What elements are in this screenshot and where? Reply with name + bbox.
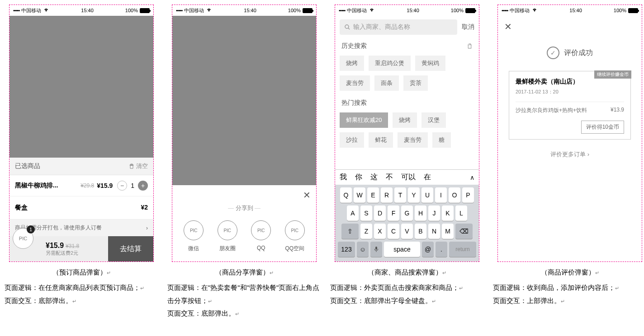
num-key[interactable]: 123: [338, 242, 355, 257]
return-key[interactable]: return: [449, 242, 476, 257]
close-icon[interactable]: ✕: [303, 190, 311, 201]
figure-row: •••••中国移动 15:40 100% 已选商品 清空 黑椒牛柳鸡排...: [5, 5, 639, 320]
order-time: 2017-11-02 13：20: [516, 89, 624, 95]
key-y[interactable]: Y: [408, 187, 420, 203]
tag[interactable]: 黄焖鸡: [415, 56, 445, 71]
checkout-button[interactable]: 去结算: [108, 236, 153, 261]
battery-icon: [628, 8, 638, 13]
at-key[interactable]: @: [422, 242, 434, 257]
cart-icon-wrap[interactable]: PIC 1: [9, 236, 37, 261]
col-3: •••••中国移动 15:40 100% 输入商家、商品名称 取消 历史搜索 烧…: [330, 5, 484, 320]
share-qq[interactable]: PICQQ: [251, 220, 271, 252]
key-b[interactable]: B: [415, 224, 426, 239]
plus-button[interactable]: +: [138, 181, 148, 191]
chevron-right-icon: ›: [146, 225, 148, 231]
candidate[interactable]: 不: [386, 173, 393, 182]
trash-icon[interactable]: [467, 43, 473, 49]
candidate[interactable]: 在: [424, 173, 431, 182]
dot-key[interactable]: .: [436, 242, 447, 257]
mic-key[interactable]: [370, 242, 382, 257]
tag[interactable]: 麦当劳: [398, 132, 428, 148]
share-qzone[interactable]: PICQQ空间: [285, 220, 305, 252]
key-l[interactable]: L: [455, 205, 467, 221]
quantity-stepper: − 1 +: [117, 181, 148, 191]
key-r[interactable]: R: [381, 187, 393, 203]
key-a[interactable]: A: [347, 205, 359, 221]
review-button[interactable]: 评价得10金币: [581, 121, 624, 134]
key-x[interactable]: X: [374, 224, 386, 239]
item-orig-price: ¥29.8: [80, 182, 94, 189]
key-t[interactable]: T: [394, 187, 406, 203]
minus-button[interactable]: −: [117, 181, 127, 191]
tag[interactable]: 鲜花: [369, 132, 393, 148]
tag[interactable]: 烧烤: [340, 56, 364, 71]
tag[interactable]: 沙拉: [340, 132, 364, 148]
backspace-key[interactable]: ⌫: [455, 224, 473, 239]
share-wechat[interactable]: PIC微信: [184, 220, 204, 252]
key-s[interactable]: S: [360, 205, 372, 221]
clear-button[interactable]: 清空: [129, 162, 148, 170]
tag[interactable]: 面条: [374, 75, 399, 91]
key-n[interactable]: N: [428, 224, 440, 239]
key-i[interactable]: I: [435, 187, 447, 203]
share-sheet: ✕ 分享到 PIC微信 PIC朋友圈 PICQQ PICQQ空间: [172, 185, 316, 261]
item-name: 黑椒牛柳鸡排...: [15, 182, 80, 190]
candidate[interactable]: 这: [370, 173, 378, 182]
col-4: •••••中国移动 15:40 100% ✕ ✓ 评价成功 继续评价赚金币 最鲜…: [493, 5, 644, 320]
delivery-note: 另需配送费2元: [46, 250, 108, 257]
key-c[interactable]: C: [388, 224, 399, 239]
tag[interactable]: 烧烤: [393, 112, 417, 128]
wifi-icon: [43, 8, 49, 13]
search-icon: [344, 24, 350, 30]
emoji-key[interactable]: ☺: [357, 242, 369, 257]
search-input[interactable]: 输入商家、商品名称: [340, 19, 457, 35]
share-moments[interactable]: PIC朋友圈: [218, 220, 237, 252]
battery-icon: [303, 8, 313, 13]
col-1: •••••中国移动 15:40 100% 已选商品 清空 黑椒牛柳鸡排...: [5, 5, 158, 320]
key-k[interactable]: K: [442, 205, 454, 221]
key-d[interactable]: D: [374, 205, 386, 221]
review-card: 继续评价赚金币 最鲜楼外卖（南山店） 2017-11-02 13：20 沙拉奥尔…: [509, 71, 631, 140]
goods-price: ¥13.9: [611, 107, 624, 114]
key-f[interactable]: F: [388, 205, 399, 221]
candidate[interactable]: 我: [340, 173, 347, 182]
goods-name: 沙拉奥尔良炸鸡饭+热狗+饮料: [516, 107, 587, 114]
key-v[interactable]: V: [401, 224, 413, 239]
key-e[interactable]: E: [367, 187, 379, 203]
space-key[interactable]: space: [384, 242, 420, 257]
history-tags: 烧烤 重启鸡公煲 黄焖鸡 麦当劳 面条 贡茶: [335, 54, 479, 95]
key-o[interactable]: O: [449, 187, 460, 203]
key-p[interactable]: P: [462, 187, 474, 203]
status-bar: •••••中国移动 15:40 100%: [335, 5, 479, 16]
desc-2: 页面逻辑：在"热卖套餐"和"营养快餐"页面右上角点击分享按钮；↵ 页面交互：底部…: [167, 281, 321, 320]
candidate[interactable]: 你: [355, 173, 362, 182]
tag[interactable]: 糖: [432, 132, 451, 148]
key-g[interactable]: G: [401, 205, 413, 221]
tag[interactable]: 汉堡: [421, 112, 446, 128]
total-price: ¥15.9: [46, 242, 64, 249]
backdrop: [9, 16, 153, 158]
qty-value: 1: [131, 182, 134, 189]
key-j[interactable]: J: [428, 205, 440, 221]
tag[interactable]: 麦当劳: [340, 75, 370, 91]
key-m[interactable]: M: [442, 224, 454, 239]
candidate[interactable]: 可以: [401, 173, 416, 182]
tag[interactable]: 鲜果狂欢减20: [340, 112, 388, 128]
tag[interactable]: 贡茶: [403, 75, 428, 91]
key-u[interactable]: U: [421, 187, 433, 203]
battery-icon: [140, 8, 150, 13]
tag[interactable]: 重启鸡公煲: [369, 56, 411, 71]
cancel-button[interactable]: 取消: [462, 23, 474, 31]
wifi-icon: [531, 8, 538, 13]
backdrop: [172, 16, 316, 185]
close-icon[interactable]: ✕: [504, 22, 512, 32]
key-q[interactable]: Q: [340, 187, 352, 203]
key-w[interactable]: W: [354, 187, 365, 203]
more-link[interactable]: 评价更多订单 ›: [498, 150, 642, 159]
chevron-up-icon[interactable]: ∧: [470, 174, 474, 181]
caption-2: （商品分享弹窗）↵: [215, 268, 274, 277]
pic-icon: PIC: [184, 220, 204, 240]
key-h[interactable]: H: [415, 205, 426, 221]
shift-key[interactable]: ⇧: [341, 224, 359, 239]
key-z[interactable]: Z: [360, 224, 372, 239]
